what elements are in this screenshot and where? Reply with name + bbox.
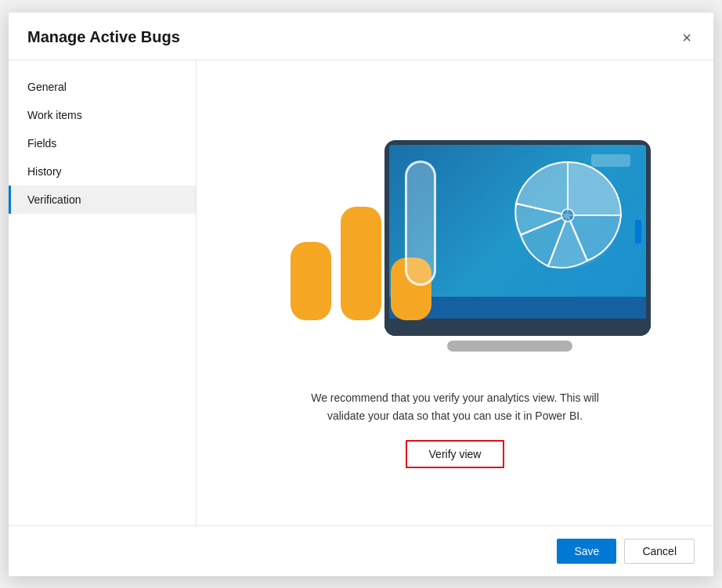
pie-chart-illustration — [505, 153, 630, 278]
bar-1 — [291, 242, 331, 320]
sidebar-item-history[interactable]: History — [9, 157, 196, 186]
illustration — [259, 117, 651, 367]
cancel-button[interactable]: Cancel — [624, 539, 695, 564]
sidebar-item-fields[interactable]: Fields — [9, 129, 196, 157]
tablet-side-button — [635, 220, 641, 243]
save-button[interactable]: Save — [557, 539, 616, 564]
verify-view-button[interactable]: Verify view — [406, 440, 505, 468]
sidebar-item-verification[interactable]: Verification — [9, 186, 196, 214]
description-text: We recommend that you verify your analyt… — [298, 389, 612, 424]
close-button[interactable]: × — [679, 27, 695, 49]
main-content: We recommend that you verify your analyt… — [197, 60, 713, 525]
sidebar-item-general[interactable]: General — [9, 73, 196, 101]
modal-body: General Work items Fields History Verifi… — [9, 60, 713, 525]
tablet-stand — [447, 341, 572, 352]
sidebar: General Work items Fields History Verifi… — [9, 60, 197, 525]
modal-title: Manage Active Bugs — [27, 28, 180, 46]
pill-bar-illustration — [405, 161, 436, 286]
tablet-bottom — [384, 319, 651, 336]
modal-container: Manage Active Bugs × General Work items … — [9, 13, 713, 576]
sidebar-item-work-items[interactable]: Work items — [9, 101, 196, 129]
svg-point-1 — [561, 209, 574, 222]
modal-header: Manage Active Bugs × — [9, 13, 713, 60]
bar-2 — [341, 207, 381, 320]
modal-footer: Save Cancel — [9, 525, 713, 576]
